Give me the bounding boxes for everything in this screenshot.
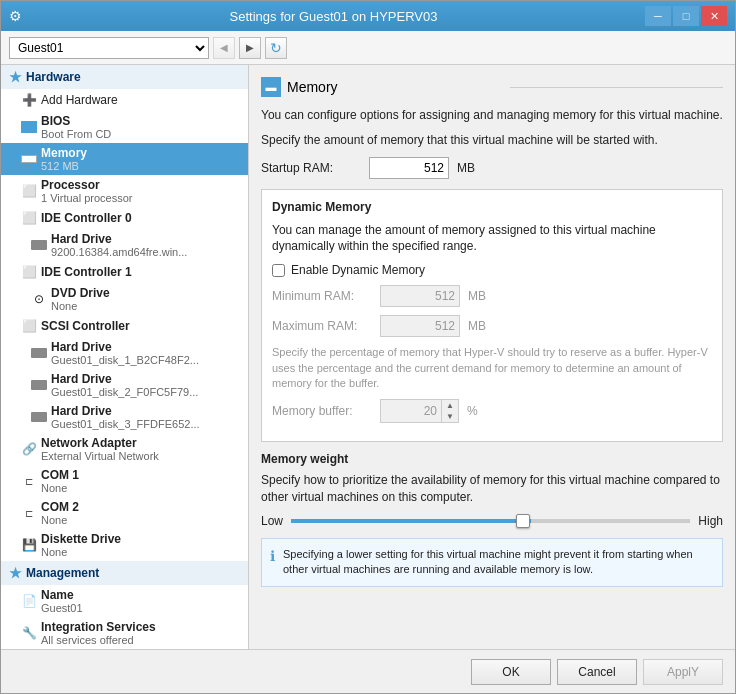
bios-label: BIOS (41, 114, 70, 128)
hard-drive-1-label: Hard Drive (51, 232, 112, 246)
sidebar-item-hard-drive-1[interactable]: Hard Drive 9200.16384.amd64fre.win... (1, 229, 248, 261)
title-bar: ⚙ Settings for Guest01 on HYPERV03 ─ □ ✕ (1, 1, 735, 31)
back-button[interactable]: ◀ (213, 37, 235, 59)
memory-buffer-label: Memory buffer: (272, 404, 372, 418)
close-button[interactable]: ✕ (701, 6, 727, 26)
name-label: Name (41, 588, 74, 602)
refresh-button[interactable]: ↻ (265, 37, 287, 59)
memory-buffer-unit: % (467, 404, 478, 418)
sidebar-item-hard-drive-2[interactable]: Hard Drive Guest01_disk_1_B2CF48F2... (1, 337, 248, 369)
sidebar-item-scsi-controller[interactable]: ⬜ SCSI Controller (1, 315, 248, 337)
hard-drive-3-icon (31, 380, 47, 390)
dynamic-memory-group: Dynamic Memory You can manage the amount… (261, 189, 723, 443)
ide-controller-0-label: IDE Controller 0 (41, 211, 132, 225)
min-ram-label: Minimum RAM: (272, 289, 372, 303)
title-bar-controls: ─ □ ✕ (645, 6, 727, 26)
ide-controller-1-label: IDE Controller 1 (41, 265, 132, 279)
hard-drive-3-label: Hard Drive (51, 372, 112, 386)
network-adapter-sublabel: External Virtual Network (41, 450, 159, 462)
sidebar-item-com-1[interactable]: ⊏ COM 1 None (1, 465, 248, 497)
info-box: ℹ Specifying a lower setting for this vi… (261, 538, 723, 587)
sidebar-item-processor[interactable]: ⬜ Processor 1 Virtual processor (1, 175, 248, 207)
com-1-icon: ⊏ (21, 473, 37, 489)
info-text: Specifying a lower setting for this virt… (283, 547, 714, 578)
sidebar-item-memory[interactable]: Memory 512 MB (1, 143, 248, 175)
max-ram-label: Maximum RAM: (272, 319, 372, 333)
hard-drive-2-sublabel: Guest01_disk_1_B2CF48F2... (51, 354, 199, 366)
sidebar: ★ Hardware ➕ Add Hardware BIOS Boot From… (1, 65, 249, 649)
main-window: ⚙ Settings for Guest01 on HYPERV03 ─ □ ✕… (0, 0, 736, 694)
main-content: ★ Hardware ➕ Add Hardware BIOS Boot From… (1, 65, 735, 649)
sidebar-item-dvd-drive[interactable]: ⊙ DVD Drive None (1, 283, 248, 315)
processor-sublabel: 1 Virtual processor (41, 192, 133, 204)
hard-drive-2-icon (31, 348, 47, 358)
memory-icon (21, 155, 37, 163)
processor-label: Processor (41, 178, 100, 192)
sidebar-item-ide-controller-0[interactable]: ⬜ IDE Controller 0 (1, 207, 248, 229)
toolbar: Guest01 ◀ ▶ ↻ (1, 31, 735, 65)
diskette-drive-label: Diskette Drive (41, 532, 121, 546)
processor-icon: ⬜ (21, 183, 37, 199)
enable-dynamic-memory-row: Enable Dynamic Memory (272, 263, 712, 277)
forward-button[interactable]: ▶ (239, 37, 261, 59)
startup-ram-input[interactable] (369, 157, 449, 179)
hard-drive-1-icon (31, 240, 47, 250)
sidebar-item-add-hardware[interactable]: ➕ Add Hardware (1, 89, 248, 111)
startup-ram-label: Startup RAM: (261, 161, 361, 175)
slider-track (291, 519, 690, 523)
integration-services-label: Integration Services (41, 620, 156, 634)
com-2-sublabel: None (41, 514, 79, 526)
sidebar-item-bios[interactable]: BIOS Boot From CD (1, 111, 248, 143)
startup-ram-unit: MB (457, 161, 475, 175)
apply-button[interactable]: ApplY (643, 659, 723, 685)
sidebar-item-hard-drive-4[interactable]: Hard Drive Guest01_disk_3_FFDFE652... (1, 401, 248, 433)
description-2: Specify the amount of memory that this v… (261, 132, 723, 149)
minimize-button[interactable]: ─ (645, 6, 671, 26)
ide-controller-1-icon: ⬜ (21, 264, 37, 280)
info-icon: ℹ (270, 548, 275, 564)
maximize-button[interactable]: □ (673, 6, 699, 26)
enable-dynamic-memory-label[interactable]: Enable Dynamic Memory (291, 263, 425, 277)
sidebar-item-hard-drive-3[interactable]: Hard Drive Guest01_disk_2_F0FC5F79... (1, 369, 248, 401)
dvd-drive-sublabel: None (51, 300, 110, 312)
cancel-button[interactable]: Cancel (557, 659, 637, 685)
integration-services-icon: 🔧 (21, 625, 37, 641)
hard-drive-4-sublabel: Guest01_disk_3_FFDFE652... (51, 418, 200, 430)
add-hardware-icon: ➕ (21, 92, 37, 108)
sidebar-item-network-adapter[interactable]: 🔗 Network Adapter External Virtual Netwo… (1, 433, 248, 465)
name-sublabel: Guest01 (41, 602, 83, 614)
guest-select[interactable]: Guest01 (9, 37, 209, 59)
sidebar-item-name[interactable]: 📄 Name Guest01 (1, 585, 248, 617)
hardware-section-icon: ★ (9, 69, 22, 85)
spinner-buttons: ▲ ▼ (441, 400, 458, 422)
description-1: You can configure options for assigning … (261, 107, 723, 124)
integration-services-sublabel: All services offered (41, 634, 156, 646)
spinner-down-button: ▼ (442, 411, 458, 422)
sidebar-item-ide-controller-1[interactable]: ⬜ IDE Controller 1 (1, 261, 248, 283)
com-2-icon: ⊏ (21, 505, 37, 521)
sidebar-item-com-2[interactable]: ⊏ COM 2 None (1, 497, 248, 529)
sidebar-item-integration-services[interactable]: 🔧 Integration Services All services offe… (1, 617, 248, 649)
memory-label: Memory (41, 146, 87, 160)
memory-section-icon: ▬ (261, 77, 281, 97)
diskette-drive-sublabel: None (41, 546, 121, 558)
ide-controller-0-icon: ⬜ (21, 210, 37, 226)
memory-buffer-spinner: ▲ ▼ (380, 399, 459, 423)
window-title: Settings for Guest01 on HYPERV03 (22, 9, 645, 24)
memory-buffer-row: Memory buffer: ▲ ▼ % (272, 399, 712, 423)
network-adapter-icon: 🔗 (21, 441, 37, 457)
sidebar-item-diskette-drive[interactable]: 💾 Diskette Drive None (1, 529, 248, 561)
com-1-label: COM 1 (41, 468, 79, 482)
slider-thumb[interactable] (516, 514, 530, 528)
management-section-icon: ★ (9, 565, 22, 581)
ok-button[interactable]: OK (471, 659, 551, 685)
network-adapter-label: Network Adapter (41, 436, 137, 450)
hard-drive-4-label: Hard Drive (51, 404, 112, 418)
memory-weight-section: Memory weight Specify how to prioritize … (261, 452, 723, 586)
dynamic-memory-description: You can manage the amount of memory assi… (272, 222, 712, 256)
bios-sublabel: Boot From CD (41, 128, 111, 140)
slider-fill (291, 519, 531, 523)
slider-high-label: High (698, 514, 723, 528)
management-section-header: ★ Management (1, 561, 248, 585)
enable-dynamic-memory-checkbox[interactable] (272, 264, 285, 277)
